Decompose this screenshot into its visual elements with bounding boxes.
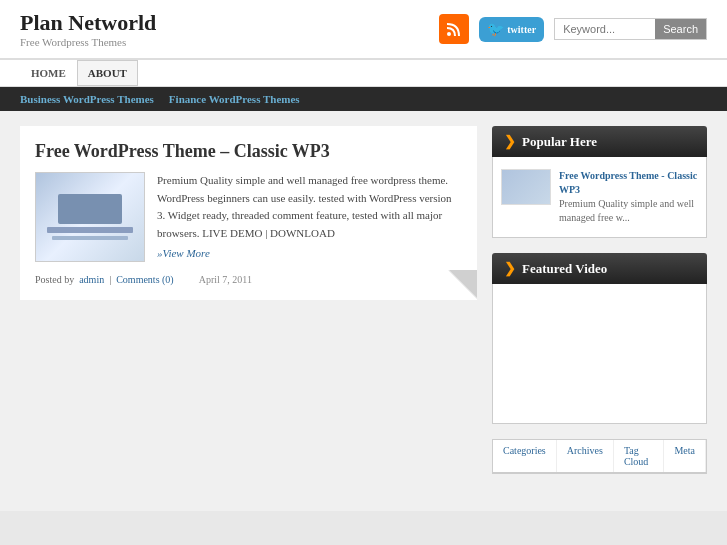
svg-point-0	[447, 32, 451, 36]
popular-thumb	[501, 169, 551, 205]
popular-widget: ❯ Popular Here Free Wordpress Theme - Cl…	[492, 126, 707, 238]
footer-tab-archives[interactable]: Archives	[557, 440, 614, 472]
site-title: Plan Networld	[20, 10, 156, 36]
site-header: Plan Networld Free Wordpress Themes 🐦 tw…	[0, 0, 727, 59]
footer-tab-nav: CategoriesArchivesTag CloudMeta	[493, 440, 706, 473]
post-excerpt: Premium Quality simple and well managed …	[157, 172, 462, 242]
post-body: Premium Quality simple and well managed …	[35, 172, 462, 262]
popular-widget-title: Popular Here	[522, 134, 597, 150]
primary-nav: HOMEABOUT	[0, 59, 727, 87]
search-input[interactable]	[555, 19, 655, 39]
search-button[interactable]: Search	[655, 19, 706, 39]
footer-tab-tag-cloud[interactable]: Tag Cloud	[614, 440, 665, 472]
header-right: 🐦 twitter Search	[439, 14, 707, 44]
post: Free WordPress Theme – Classic WP3 Premi…	[20, 126, 477, 300]
popular-chevron-icon: ❯	[504, 133, 516, 150]
thumb-bar-1	[47, 227, 133, 233]
post-thumbnail	[35, 172, 145, 262]
search-area: Search	[554, 18, 707, 40]
popular-item-title[interactable]: Free Wordpress Theme - Classic WP3	[559, 169, 698, 197]
post-date: April 7, 2011	[199, 274, 252, 285]
sidebar: ❯ Popular Here Free Wordpress Theme - Cl…	[492, 126, 707, 496]
post-meta-sep: |	[109, 274, 111, 285]
main-content: Free WordPress Theme – Classic WP3 Premi…	[0, 111, 727, 511]
nav-item-home[interactable]: HOME	[20, 60, 77, 86]
popular-widget-header: ❯ Popular Here	[492, 126, 707, 157]
thumb-image	[58, 194, 123, 224]
footer-tab-categories[interactable]: Categories	[493, 440, 557, 472]
site-title-area: Plan Networld Free Wordpress Themes	[20, 10, 156, 48]
thumb-inner	[36, 173, 144, 261]
post-content: Premium Quality simple and well managed …	[157, 172, 462, 262]
secondary-nav: Business WordPress ThemesFinance WordPre…	[0, 87, 727, 111]
featured-video-body	[492, 284, 707, 424]
nav-item-about[interactable]: ABOUT	[77, 60, 138, 86]
content-area: Free WordPress Theme – Classic WP3 Premi…	[20, 126, 477, 496]
post-title: Free WordPress Theme – Classic WP3	[35, 141, 462, 162]
post-comments-link[interactable]: Comments (0)	[116, 274, 174, 285]
twitter-badge[interactable]: 🐦 twitter	[479, 17, 544, 42]
post-meta-posted: Posted by	[35, 274, 74, 285]
post-meta: Posted by admin | Comments (0) April 7, …	[35, 274, 462, 285]
twitter-bird-icon: 🐦	[487, 21, 504, 38]
twitter-label: twitter	[507, 24, 536, 35]
popular-item: Free Wordpress Theme - Classic WP3 Premi…	[501, 165, 698, 229]
footer-tab-meta[interactable]: Meta	[664, 440, 706, 472]
nav-secondary-item[interactable]: Business WordPress Themes	[20, 93, 154, 105]
featured-video-title: Featured Video	[522, 261, 607, 277]
featured-video-chevron-icon: ❯	[504, 260, 516, 277]
featured-video-header: ❯ Featured Video	[492, 253, 707, 284]
popular-item-desc: Premium Quality simple and well managed …	[559, 197, 698, 225]
nav-secondary-item[interactable]: Finance WordPress Themes	[169, 93, 300, 105]
thumb-bar-2	[52, 236, 128, 240]
popular-item-text: Free Wordpress Theme - Classic WP3 Premi…	[559, 169, 698, 225]
post-author-link[interactable]: admin	[79, 274, 104, 285]
footer-tabs: CategoriesArchivesTag CloudMeta	[492, 439, 707, 474]
site-tagline: Free Wordpress Themes	[20, 36, 156, 48]
featured-video-widget: ❯ Featured Video	[492, 253, 707, 424]
popular-widget-body: Free Wordpress Theme - Classic WP3 Premi…	[492, 157, 707, 238]
rss-icon[interactable]	[439, 14, 469, 44]
read-more-link[interactable]: »View More	[157, 247, 462, 259]
